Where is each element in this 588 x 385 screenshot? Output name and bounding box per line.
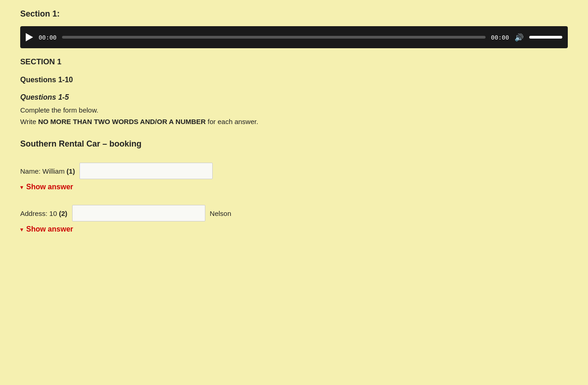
audio-progress-bar[interactable] [62,36,486,39]
section-label: SECTION 1 [20,57,568,67]
field-2-input[interactable] [72,205,205,221]
field-2-row: Address: 10 (2) Nelson [20,205,568,221]
show-answer-1-button[interactable]: Show answer [26,183,73,191]
section-heading: Section 1: [20,9,568,19]
field-1-container: Name: William (1) ▾ Show answer [20,163,568,191]
instruction-suffix: for each answer. [206,118,258,125]
field-2-label-prefix: Address: 10 [20,209,59,217]
volume-icon[interactable]: 🔊 [514,33,524,42]
instruction-line-2: Write NO MORE THAN TWO WORDS AND/OR A NU… [20,118,568,125]
volume-bar[interactable] [529,36,562,39]
field-2-suffix: Nelson [210,209,232,217]
questions-range: Questions 1-10 [20,76,568,84]
field-1-row: Name: William (1) [20,163,568,179]
field-1-label-prefix: Name: William [20,167,67,175]
play-button[interactable] [26,33,33,41]
field-2-label: Address: 10 (2) [20,209,68,217]
audio-player: 00:00 00:00 🔊 [20,26,568,48]
show-answer-2-arrow: ▾ [20,226,23,233]
instruction-bold: NO MORE THAN TWO WORDS AND/OR A NUMBER [38,118,206,125]
field-2-container: Address: 10 (2) Nelson ▾ Show answer [20,205,568,233]
questions-sub: Questions 1-5 [20,93,568,102]
audio-time-current: 00:00 [39,34,57,41]
field-1-label: Name: William (1) [20,167,75,175]
field-1-show-answer-row: ▾ Show answer [20,183,568,191]
field-2-show-answer-row: ▾ Show answer [20,225,568,233]
show-answer-2-button[interactable]: Show answer [26,225,73,233]
instruction-line-1: Complete the form below. [20,106,568,114]
field-1-qnum: (1) [67,167,75,175]
form-title: Southern Rental Car – booking [20,139,568,149]
show-answer-1-arrow: ▾ [20,184,23,191]
instruction-prefix: Write [20,118,38,125]
field-2-qnum: (2) [59,209,67,217]
page-wrapper: Section 1: 00:00 00:00 🔊 SECTION 1 Quest… [0,0,588,266]
field-1-input[interactable] [79,163,213,179]
audio-time-total: 00:00 [491,34,509,41]
